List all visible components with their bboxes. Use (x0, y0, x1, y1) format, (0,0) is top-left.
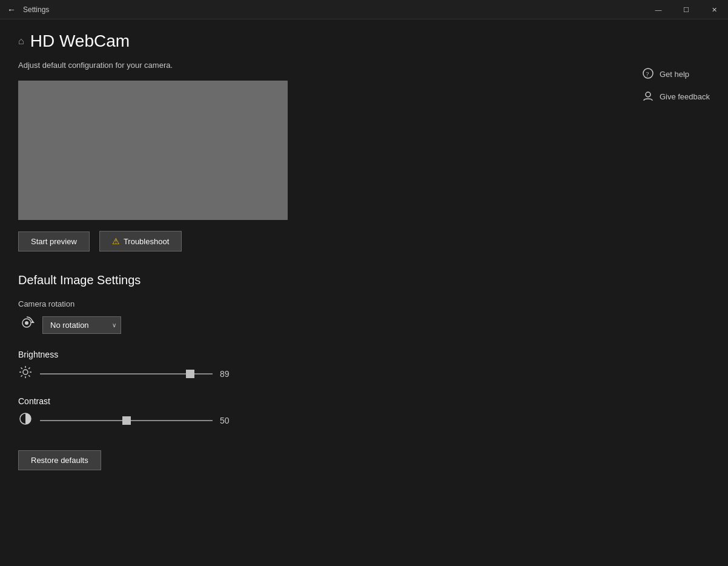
page-header: ⌂ HD WebCam (18, 32, 710, 51)
camera-rotation-label: Camera rotation (18, 299, 710, 308)
svg-line-8 (21, 368, 22, 369)
contrast-slider[interactable] (40, 420, 213, 421)
feedback-label: Give feedback (660, 92, 710, 101)
main-content: ⌂ HD WebCam Adjust default configuration… (0, 19, 728, 566)
buttons-row: Start preview ⚠ Troubleshoot (18, 231, 710, 251)
brightness-setting: Brightness 89 (18, 350, 710, 382)
start-preview-button[interactable]: Start preview (18, 231, 90, 251)
contrast-icon (18, 412, 33, 428)
contrast-setting: Contrast 50 (18, 396, 710, 428)
titlebar-title: Settings (23, 5, 49, 14)
window-controls: — ☐ ✕ (644, 0, 728, 19)
svg-line-10 (28, 368, 30, 369)
svg-point-1 (25, 321, 28, 325)
close-button[interactable]: ✕ (700, 0, 728, 19)
svg-line-11 (21, 375, 22, 376)
page-title: HD WebCam (30, 32, 130, 51)
get-help-icon: ? (643, 68, 654, 81)
page-description: Adjust default configuration for your ca… (18, 61, 710, 70)
maximize-button[interactable]: ☐ (672, 0, 700, 19)
get-help-link[interactable]: ? Get help (643, 68, 710, 81)
minimize-button[interactable]: — (644, 0, 672, 19)
restore-defaults-button[interactable]: Restore defaults (18, 450, 101, 470)
rotation-control: No rotation 90 degrees 180 degrees 270 d… (18, 315, 710, 335)
brightness-value: 89 (220, 369, 238, 379)
warning-icon: ⚠ (112, 236, 120, 246)
home-icon[interactable]: ⌂ (18, 36, 24, 47)
give-feedback-link[interactable]: Give feedback (643, 90, 710, 103)
contrast-value: 50 (220, 416, 238, 425)
brightness-slider[interactable] (40, 373, 213, 375)
troubleshoot-label: Troubleshoot (124, 237, 169, 246)
svg-point-15 (646, 92, 650, 97)
brightness-label: Brightness (18, 350, 710, 359)
svg-marker-2 (31, 321, 35, 323)
camera-preview (18, 81, 288, 220)
get-help-label: Get help (660, 70, 689, 79)
back-icon: ← (7, 5, 16, 15)
svg-line-9 (28, 375, 30, 376)
back-button[interactable]: ← (7, 5, 16, 15)
camera-rotation-setting: Camera rotation No rotation 90 degrees 1… (18, 299, 710, 335)
svg-text:?: ? (646, 70, 649, 78)
troubleshoot-button[interactable]: ⚠ Troubleshoot (99, 231, 182, 251)
svg-point-3 (23, 370, 28, 375)
rotation-select[interactable]: No rotation 90 degrees 180 degrees 270 d… (42, 316, 121, 334)
help-panel: ? Get help Give feedback (643, 68, 710, 113)
feedback-icon (643, 90, 654, 103)
rotation-select-wrapper[interactable]: No rotation 90 degrees 180 degrees 270 d… (42, 316, 121, 334)
brightness-slider-row: 89 (18, 365, 710, 382)
contrast-slider-row: 50 (18, 412, 710, 428)
titlebar: ← Settings — ☐ ✕ (0, 0, 728, 19)
camera-rotation-icon (18, 315, 35, 335)
section-title: Default Image Settings (18, 273, 710, 287)
contrast-label: Contrast (18, 396, 710, 406)
brightness-icon (18, 365, 33, 382)
